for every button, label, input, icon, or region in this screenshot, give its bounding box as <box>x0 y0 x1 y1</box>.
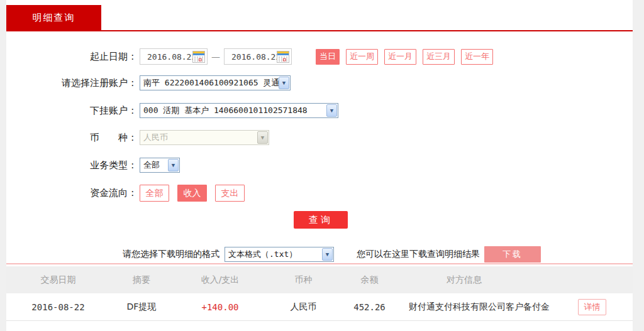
cell-amount: +140.00 <box>173 302 267 312</box>
chevron-down-icon[interactable]: ▼ <box>322 248 333 261</box>
detail-button[interactable]: 详情 <box>578 299 606 315</box>
date-range-separator: — <box>211 52 220 62</box>
register-account-value: 南平 6222001406100921065 灵通卡 <box>143 77 287 89</box>
cell-trade-date: 2016-08-22 <box>6 302 110 312</box>
business-type-row: 业务类型： 全部 ▼ <box>6 158 633 173</box>
download-hint: 您可以在这里下载查询明细结果 <box>357 249 480 260</box>
download-format-label: 请您选择下载明细的格式 <box>123 249 219 260</box>
fund-flow-row: 资金流向： 全部 收入 支出 <box>6 185 633 202</box>
sub-account-select[interactable]: 000 活期 基本户 1406600101102571848 ▼ <box>140 103 338 118</box>
business-type-select[interactable]: 全部 ▼ <box>140 158 180 173</box>
currency-select: 人民币 ▼ <box>140 130 269 145</box>
download-row: 请您选择下载明细的格式 文本格式（.txt） ▼ 您可以在这里下载查询明细结果 … <box>6 246 633 263</box>
end-date-input[interactable]: 2016.08.22 <box>224 48 292 65</box>
register-account-select[interactable]: 南平 6222001406100921065 灵通卡 ▼ <box>140 75 291 90</box>
table-header: 交易日期 摘要 收入/支出 币种 余额 对方信息 <box>6 266 633 293</box>
header-trade-date: 交易日期 <box>6 274 110 286</box>
fund-flow-all-button[interactable]: 全部 <box>140 185 169 202</box>
header-balance: 余额 <box>340 274 399 286</box>
download-button[interactable]: 下载 <box>484 246 541 263</box>
sub-account-label: 下挂账户： <box>6 105 137 117</box>
download-format-value: 文本格式（.txt） <box>228 249 297 260</box>
header-currency: 币种 <box>267 274 340 286</box>
currency-row: 币 种： 人民币 ▼ <box>6 130 633 145</box>
table-row: 2016-08-22 DF提现 +140.00 人民币 452.26 财付通支付… <box>6 293 633 321</box>
sub-account-value: 000 活期 基本户 1406600101102571848 <box>143 105 308 116</box>
table-top-divider <box>6 263 633 264</box>
currency-value: 人民币 <box>143 132 168 143</box>
header-counterparty: 对方信息 <box>399 266 633 293</box>
quick-range-month-button[interactable]: 近一月 <box>384 49 416 65</box>
quick-range-year-button[interactable]: 近一年 <box>461 49 493 65</box>
quick-range-quarter-button[interactable]: 近三月 <box>423 49 455 65</box>
fund-flow-expense-button[interactable]: 支出 <box>215 185 245 202</box>
start-date-value: 2016.08.22 <box>147 52 196 62</box>
start-date-input[interactable]: 2016.08.22 <box>140 48 208 65</box>
header-summary: 摘要 <box>110 274 173 286</box>
end-date-value: 2016.08.22 <box>231 52 280 62</box>
cell-counterparty: 财付通支付科技有限公司客户备付金 详情 <box>399 293 633 320</box>
date-range-row: 起止日期： 2016.08.22 — 2016.08.22 <box>6 48 633 65</box>
calendar-icon[interactable] <box>192 51 205 63</box>
chevron-down-icon[interactable]: ▼ <box>168 159 179 171</box>
counterparty-text: 财付通支付科技有限公司客户备付金 <box>409 301 550 313</box>
quick-range-week-button[interactable]: 近一周 <box>346 49 378 65</box>
currency-label: 币 种： <box>6 132 137 144</box>
quick-range-today-button[interactable]: 当日 <box>316 49 340 65</box>
sub-account-row: 下挂账户： 000 活期 基本户 1406600101102571848 ▼ <box>6 103 633 118</box>
business-type-value: 全部 <box>143 160 160 171</box>
register-account-row: 请选择注册账户： 南平 6222001406100921065 灵通卡 ▼ <box>6 75 633 90</box>
register-account-label: 请选择注册账户： <box>6 77 137 89</box>
download-format-select[interactable]: 文本格式（.txt） ▼ <box>225 247 334 262</box>
query-button[interactable]: 查询 <box>294 211 348 229</box>
header-income-expense: 收入/支出 <box>173 274 267 286</box>
cell-summary: DF提现 <box>110 301 173 313</box>
fund-flow-buttons: 全部 收入 支出 <box>140 185 245 202</box>
cell-currency: 人民币 <box>267 301 340 313</box>
chevron-down-icon[interactable]: ▼ <box>279 77 289 89</box>
fund-flow-income-button[interactable]: 收入 <box>177 185 207 202</box>
chevron-down-icon: ▼ <box>257 131 268 144</box>
chevron-down-icon[interactable]: ▼ <box>326 104 337 117</box>
quick-range-buttons: 当日 近一周 近一月 近三月 近一年 <box>316 49 493 65</box>
content-panel: 明细查询 起止日期： 2016.08.22 — 2016.08.22 <box>6 0 633 331</box>
date-range-label: 起止日期： <box>6 51 137 63</box>
business-type-label: 业务类型： <box>6 160 137 171</box>
cell-balance: 452.26 <box>340 302 399 312</box>
tab-detail-query[interactable]: 明细查询 <box>6 5 101 30</box>
fund-flow-label: 资金流向： <box>6 187 137 199</box>
tab-underline <box>6 30 633 31</box>
calendar-icon[interactable] <box>277 51 289 63</box>
